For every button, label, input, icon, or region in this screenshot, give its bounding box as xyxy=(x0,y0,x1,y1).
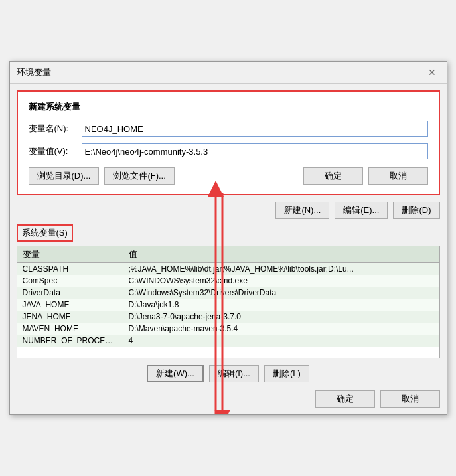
var-value-label: 变量值(V): xyxy=(29,145,82,157)
sys-vars-section-label: 系统变量(S) xyxy=(17,224,73,242)
close-button[interactable]: ✕ xyxy=(424,66,440,79)
table-row[interactable]: JENA_HOMED:\Jena3-7-0\apache-jena-3.7.0 xyxy=(17,311,439,323)
main-window: 环境变量 ✕ 新建系统变量 变量名(N): 变量值(V): 浏览目录(D)...… xyxy=(9,61,447,415)
table-cell-name: CLASSPATH xyxy=(17,263,123,276)
table-cell-name: NUMBER_OF_PROCESSORS xyxy=(17,335,123,347)
dialog-cancel-button[interactable]: 取消 xyxy=(368,167,428,185)
window-title: 环境变量 xyxy=(17,66,51,78)
dialog-ok-button[interactable]: 确定 xyxy=(303,167,363,185)
top-new-button[interactable]: 新建(N)... xyxy=(275,202,329,219)
table-cell-value: D:\Jena3-7-0\apache-jena-3.7.0 xyxy=(123,311,439,323)
var-name-row: 变量名(N): xyxy=(29,121,428,137)
new-var-title: 新建系统变量 xyxy=(29,101,428,113)
dialog-buttons: 浏览目录(D)... 浏览文件(F)... 确定 取消 xyxy=(29,167,428,185)
top-delete-button[interactable]: 删除(D) xyxy=(393,202,439,219)
table-cell-value: D:\Maven\apache-maven-3.5.4 xyxy=(123,323,439,335)
table-cell-name: JENA_HOME xyxy=(17,311,123,323)
footer-cancel-button[interactable]: 取消 xyxy=(380,390,440,408)
table-cell-value: 4 xyxy=(123,335,439,347)
table-cell-value: D:\Java\jdk1.8 xyxy=(123,299,439,311)
table-cell-value: C:\WINDOWS\system32\cmd.exe xyxy=(123,275,439,287)
table-cell-value: C:\Windows\System32\Drivers\DriverData xyxy=(123,287,439,299)
final-buttons: 确定 取消 xyxy=(17,390,440,408)
sys-new-button[interactable]: 新建(W)... xyxy=(147,365,204,382)
top-edit-button[interactable]: 编辑(E)... xyxy=(335,202,388,219)
var-name-input[interactable] xyxy=(82,121,428,137)
table-cell-name: JAVA_HOME xyxy=(17,299,123,311)
var-name-label: 变量名(N): xyxy=(29,123,82,135)
table-row[interactable]: ComSpecC:\WINDOWS\system32\cmd.exe xyxy=(17,275,439,287)
table-cell-name: ComSpec xyxy=(17,275,123,287)
table-row[interactable]: JAVA_HOMED:\Java\jdk1.8 xyxy=(17,299,439,311)
table-cell-value: ;%JAVA_HOME%\lib\dt.jar;%JAVA_HOME%\lib\… xyxy=(123,263,439,276)
table-header-row: 变量 值 xyxy=(17,246,439,263)
sys-var-table: 变量 值 CLASSPATH;%JAVA_HOME%\lib\dt.jar;%J… xyxy=(17,246,439,347)
browse-file-button[interactable]: 浏览文件(F)... xyxy=(104,167,174,185)
table-row[interactable]: MAVEN_HOMED:\Maven\apache-maven-3.5.4 xyxy=(17,323,439,335)
top-buttons: 新建(N)... 编辑(E)... 删除(D) xyxy=(17,202,440,219)
title-bar: 环境变量 ✕ xyxy=(10,62,447,84)
var-value-input[interactable] xyxy=(82,143,428,159)
footer-ok-button[interactable]: 确定 xyxy=(315,390,375,408)
bottom-buttons: 新建(W)... 编辑(I)... 删除(L) xyxy=(17,365,440,382)
window-body: 新建系统变量 变量名(N): 变量值(V): 浏览目录(D)... 浏览文件(F… xyxy=(10,84,447,414)
table-row[interactable]: DriverDataC:\Windows\System32\Drivers\Dr… xyxy=(17,287,439,299)
sys-edit-button[interactable]: 编辑(I)... xyxy=(209,365,259,382)
col-value-header: 值 xyxy=(123,246,439,263)
sys-delete-button[interactable]: 删除(L) xyxy=(264,365,309,382)
var-value-row: 变量值(V): xyxy=(29,143,428,159)
col-name-header: 变量 xyxy=(17,246,123,263)
table-row[interactable]: NUMBER_OF_PROCESSORS4 xyxy=(17,335,439,347)
browse-dir-button[interactable]: 浏览目录(D)... xyxy=(29,167,100,185)
table-cell-name: MAVEN_HOME xyxy=(17,323,123,335)
new-var-dialog: 新建系统变量 变量名(N): 变量值(V): 浏览目录(D)... 浏览文件(F… xyxy=(17,90,440,195)
sys-var-table-wrapper[interactable]: 变量 值 CLASSPATH;%JAVA_HOME%\lib\dt.jar;%J… xyxy=(17,246,440,358)
table-row[interactable]: CLASSPATH;%JAVA_HOME%\lib\dt.jar;%JAVA_H… xyxy=(17,263,439,276)
table-cell-name: DriverData xyxy=(17,287,123,299)
